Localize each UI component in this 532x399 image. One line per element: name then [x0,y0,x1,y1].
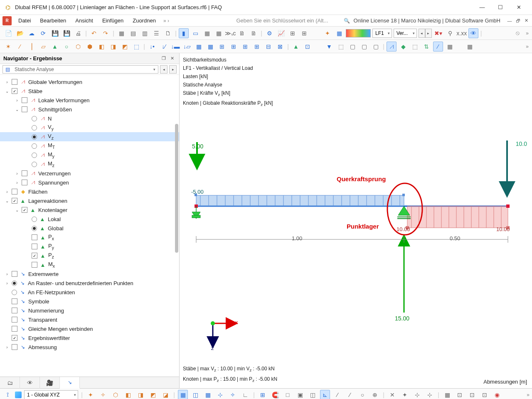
tb-btn[interactable]: ▥ [140,28,150,38]
tb-btn[interactable]: ▦ [214,28,224,38]
menu-file[interactable]: Datei [14,16,35,25]
tb-btn[interactable]: ⊞ [299,28,309,38]
filter-button[interactable]: ▼ [324,42,334,52]
tree-item-gleiche-mengen-verbinden[interactable]: ↘Gleiche Mengen verbinden [0,324,179,333]
tb-btn[interactable]: ⊟ [264,42,273,52]
tb-btn[interactable]: ✦ [323,28,332,38]
show-results-toggle[interactable]: 👁 [468,28,478,38]
nav-tab-results[interactable]: ↘ [60,377,80,389]
sync-button[interactable]: ⟳ [38,28,48,38]
tree-item-abmessung[interactable]: ›↘Abmessung [0,342,179,352]
tb-btn[interactable]: ⇅ [421,42,431,52]
tree-twisty[interactable]: ⌄ [14,107,20,112]
tree-item-px[interactable]: ▲Px [0,233,179,242]
ortho-toggle[interactable]: ⊾ [320,390,330,399]
tb-btn[interactable]: ◨ [108,42,118,52]
stop-button[interactable]: ⦸ [512,28,522,38]
menu-insert[interactable]: Einfügen [98,16,128,25]
tree-item-mx[interactable]: ▲Mx [0,260,179,269]
mdi-restore-button[interactable]: 🗗 [515,17,521,24]
mdi-close-button[interactable]: ✕ [523,17,530,24]
open-file-button[interactable]: 📂 [15,28,25,38]
tb-btn[interactable]: ▤ [128,28,138,38]
tree-item-lokale-verformungen[interactable]: ›⩘Lokale Verformungen [0,96,179,105]
tb-btn[interactable]: ▦ [194,42,204,52]
tree-checkbox[interactable] [32,262,37,268]
member-button[interactable]: ⎮ [27,42,37,52]
tree-item-schnittgr-en[interactable]: ⌄⩘Schnittgrößen [0,105,179,114]
tb-btn[interactable]: ⊠ [275,42,285,52]
tree-twisty[interactable]: › [14,171,20,176]
tree-item-lokal[interactable]: ▲Lokal [0,214,179,224]
tree-item-extremwerte[interactable]: ›↘Extremwerte [0,269,179,278]
node-button[interactable]: ✶ [3,42,13,52]
loadcase-name-combo[interactable]: Ver... [394,29,417,38]
tree-item-spannungen[interactable]: ›⩘Spannungen [0,178,179,187]
view-z-button[interactable]: ▢ [371,42,381,52]
tb-btn[interactable]: ⊞ [229,42,239,52]
tree-checkbox[interactable] [12,326,17,332]
bt-btn[interactable]: ⊞ [258,390,268,399]
tree-checkbox[interactable] [12,344,17,350]
tree-item-py[interactable]: ▲Py [0,242,179,251]
analysis-prev-button[interactable]: ◂ [160,65,167,74]
tree-radio[interactable] [32,162,37,167]
bt-btn[interactable]: ◧ [123,390,133,399]
save-button[interactable]: 💾 [50,28,60,38]
results-button[interactable]: 📈 [276,28,286,38]
tree-twisty[interactable]: ⌄ [4,89,10,94]
results-tree[interactable]: ›⩘Globale Verformungen⌄⩘Stäbe›⩘Lokale Ve… [0,75,179,377]
tree-item-globale-verformungen[interactable]: ›⩘Globale Verformungen [0,77,179,86]
tree-item-knotenlager[interactable]: ⌄▲Knotenlager [0,205,179,214]
tb-btn[interactable]: ⬢ [85,42,95,52]
maximize-button[interactable]: ☐ [491,2,510,13]
tb-btn[interactable]: ⊞ [252,42,262,52]
grid-button[interactable]: ▦ [465,42,475,52]
tree-checkbox[interactable] [32,234,37,240]
menu-view[interactable]: Ansicht [71,16,97,25]
snap-grid-button[interactable]: ▦ [178,390,188,399]
tb-btn[interactable]: ⬡ [73,42,83,52]
tree-checkbox[interactable] [12,317,17,323]
view-iso-button[interactable]: ⬚ [336,42,346,52]
tree-radio[interactable] [32,125,37,131]
saveas-button[interactable]: 💾 [62,28,71,38]
diagrams-toggle[interactable]: ⩘ [387,42,397,52]
render-button[interactable]: ⬚ [410,42,420,52]
tb-btn[interactable]: 🗎 [249,28,259,38]
tree-item-n[interactable]: ⩘N [0,114,179,123]
tree-item-lagerreaktionen[interactable]: ⌄▲Lagerreaktionen [0,196,179,205]
tree-radio[interactable] [32,226,37,231]
bt-btn[interactable]: ◫ [308,390,318,399]
graphics-viewport[interactable]: Sichtbarkeitsmodus LF1 - Vertikallast / … [180,53,532,388]
bt-btn[interactable]: ✧ [98,390,108,399]
tb-btn[interactable]: ◩ [120,42,130,52]
tb-btn[interactable]: ⊡ [303,42,313,52]
tb-btn[interactable]: ▦ [202,28,212,38]
bt-btn[interactable]: ⊹ [425,390,435,399]
new-file-button[interactable]: 📄 [3,28,13,38]
loadcase-step-buttons[interactable]: ◂▸ [419,29,432,38]
tree-twisty[interactable]: › [4,80,10,84]
bt-btn[interactable]: ◩ [148,390,158,399]
tree-checkbox[interactable] [22,207,27,213]
bt-btn[interactable]: ○ [357,390,367,399]
tree-checkbox[interactable] [22,106,27,112]
tree-radio[interactable] [32,217,37,222]
hinge-button[interactable]: ○ [62,42,71,52]
tree-item-transparent[interactable]: ↘Transparent [0,315,179,324]
bt-btn[interactable]: ∕ [345,390,355,399]
tree-item-vz[interactable]: ⩘Vz [0,132,179,141]
tree-item-pz[interactable]: ▲Pz [0,251,179,260]
navigator-undock-button[interactable]: ❐ [160,55,167,62]
tree-checkbox[interactable] [12,271,17,277]
tb-btn[interactable]: ▦ [205,42,215,52]
tree-checkbox[interactable] [12,189,17,195]
tree-checkbox[interactable] [12,198,17,204]
tree-radio[interactable] [32,143,37,149]
load-node-button[interactable]: ↓• [147,42,157,52]
tree-item-an-raster-und-benutzerdefinierten-punkten[interactable]: ›↘An Raster- und benutzerdefinierten Pun… [0,278,179,288]
tree-checkbox[interactable] [12,335,17,341]
tb-btn[interactable]: ▦ [334,28,344,38]
tree-item-mt[interactable]: ⩘MT [0,141,179,150]
